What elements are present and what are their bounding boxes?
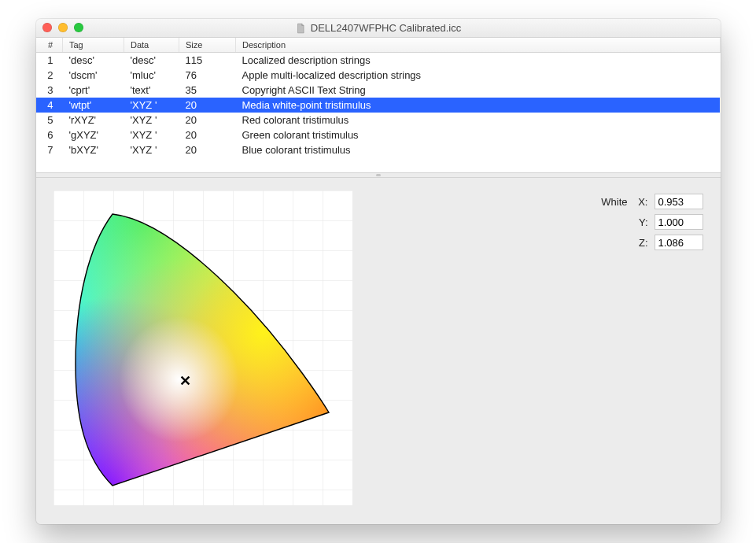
table-row[interactable]: 5'rXYZ''XYZ '20Red colorant tristimulus: [36, 113, 721, 128]
table-cell: Red colorant tristimulus: [236, 113, 721, 128]
table-cell: 115: [179, 52, 236, 68]
table-cell: 'rXYZ': [63, 113, 124, 128]
white-point-marker-icon: ✕: [179, 373, 191, 389]
table-cell: Apple multi-localized description string…: [236, 68, 721, 83]
z-axis-label: Z:: [637, 237, 648, 249]
table-cell: 'gXYZ': [63, 128, 124, 142]
table-cell: 6: [36, 128, 63, 142]
tag-table: # Tag Data Size Description 1'desc''desc…: [36, 38, 721, 157]
table-cell: 'wtpt': [63, 98, 124, 113]
table-cell: 'cprt': [63, 83, 124, 98]
table-cell: 'mluc': [124, 68, 179, 83]
table-cell: Blue colorant tristimulus: [236, 142, 721, 157]
y-axis-label: Y:: [637, 216, 648, 228]
colorant-label: White: [601, 196, 627, 208]
window-title: DELL2407WFPHC Calibrated.icc: [311, 22, 461, 34]
table-cell: 20: [179, 113, 236, 128]
column-header-tag[interactable]: Tag: [63, 38, 124, 52]
y-value-field[interactable]: [655, 214, 703, 230]
detail-pane: ✕ White X: Y: Z:: [36, 178, 721, 524]
x-axis-label: X:: [637, 196, 648, 208]
table-row[interactable]: 7'bXYZ''XYZ '20Blue colorant tristimulus: [36, 142, 721, 157]
table-cell: 'desc': [63, 52, 124, 68]
table-cell: 'XYZ ': [124, 113, 179, 128]
titlebar[interactable]: DELL2407WFPHC Calibrated.icc: [36, 19, 721, 38]
table-row[interactable]: 4'wtpt''XYZ '20Media white-point tristim…: [36, 98, 721, 113]
zoom-button[interactable]: [74, 23, 83, 32]
column-header-number[interactable]: #: [36, 38, 63, 52]
table-cell: 5: [36, 113, 63, 128]
table-row[interactable]: 2'dscm''mluc'76Apple multi-localized des…: [36, 68, 721, 83]
window-title-wrap: DELL2407WFPHC Calibrated.icc: [295, 22, 461, 34]
close-button[interactable]: [42, 23, 52, 32]
table-cell: 35: [179, 83, 236, 98]
table-row[interactable]: 3'cprt''text'35Copyright ASCII Text Stri…: [36, 83, 721, 98]
profile-window: DELL2407WFPHC Calibrated.icc # Tag Data …: [36, 19, 721, 524]
table-cell: Media white-point tristimulus: [236, 98, 721, 113]
x-value-field[interactable]: [655, 194, 703, 209]
table-cell: 1: [36, 52, 63, 68]
table-cell: 'dscm': [63, 68, 124, 83]
table-cell: Green colorant tristimulus: [236, 128, 721, 142]
tag-table-scroll[interactable]: # Tag Data Size Description 1'desc''desc…: [36, 38, 721, 173]
column-header-size[interactable]: Size: [179, 38, 236, 52]
table-cell: 'XYZ ': [124, 142, 179, 157]
table-cell: 20: [179, 128, 236, 142]
table-row[interactable]: 1'desc''desc'115Localized description st…: [36, 52, 721, 68]
column-header-description[interactable]: Description: [236, 38, 721, 52]
xyz-values: White X: Y: Z:: [601, 190, 703, 255]
table-cell: 'XYZ ': [124, 128, 179, 142]
column-header-data[interactable]: Data: [124, 38, 179, 52]
table-cell: 'text': [124, 83, 179, 98]
table-cell: Localized description strings: [236, 52, 721, 68]
minimize-button[interactable]: [58, 23, 68, 32]
table-cell: 7: [36, 142, 63, 157]
table-cell: 3: [36, 83, 63, 98]
table-cell: 2: [36, 68, 63, 83]
document-icon: [295, 23, 306, 34]
table-cell: 76: [179, 68, 236, 83]
table-row[interactable]: 6'gXYZ''XYZ '20Green colorant tristimulu…: [36, 128, 721, 142]
table-cell: 'desc': [124, 52, 179, 68]
table-cell: 'bXYZ': [63, 142, 124, 157]
window-controls: [42, 23, 83, 32]
chromaticity-diagram: ✕: [53, 190, 352, 505]
table-cell: 20: [179, 142, 236, 157]
table-cell: 20: [179, 98, 236, 113]
table-cell: 'XYZ ': [124, 98, 179, 113]
grip-icon: [376, 174, 381, 176]
table-cell: Copyright ASCII Text String: [236, 83, 721, 98]
table-cell: 4: [36, 98, 63, 113]
z-value-field[interactable]: [655, 235, 703, 250]
